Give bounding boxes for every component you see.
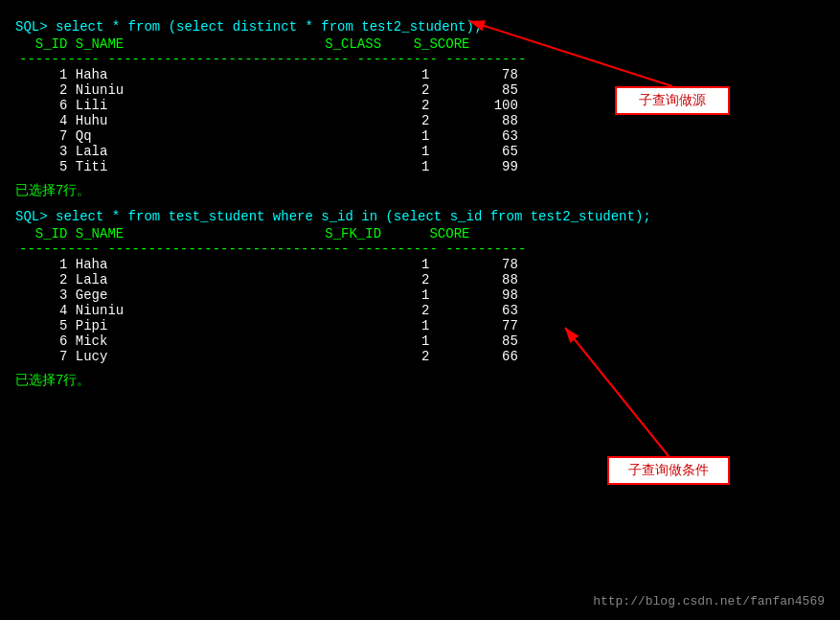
table-row: 5 Pipi 1 77 bbox=[19, 318, 825, 333]
table-row: 1 Haha 1 78 bbox=[19, 257, 825, 272]
table-row: 4 Huhu 2 88 bbox=[19, 113, 825, 128]
table2-header: S_ID S_NAME S_FK_ID SCORE bbox=[19, 226, 825, 241]
sql-query-1: SQL> select * from (select distinct * fr… bbox=[15, 19, 825, 34]
result-count-2: 已选择7行。 bbox=[15, 372, 825, 389]
annotation-subquery-source: 子查询做源 bbox=[615, 86, 730, 115]
table1-header: S_ID S_NAME S_CLASS S_SCORE bbox=[19, 36, 825, 52]
table-row: 2 Lala 2 88 bbox=[19, 272, 825, 287]
table-row: 3 Lala 1 65 bbox=[19, 144, 825, 159]
table-2: S_ID S_NAME S_FK_ID SCORE ---------- ---… bbox=[19, 226, 825, 364]
annotation-subquery-condition: 子查询做条件 bbox=[607, 456, 730, 485]
result-count-1: 已选择7行。 bbox=[15, 182, 825, 199]
table2-separator: ---------- -----------------------------… bbox=[19, 241, 825, 257]
table-row: 1 Haha 1 78 bbox=[19, 67, 825, 82]
table-row: 5 Titi 1 99 bbox=[19, 159, 825, 174]
table-row: 7 Lucy 2 66 bbox=[19, 349, 825, 364]
table-row: 4 Niuniu 2 63 bbox=[19, 303, 825, 318]
footer-url: http://blog.csdn.net/fanfan4569 bbox=[593, 594, 825, 609]
sql-query-2: SQL> select * from test_student where s_… bbox=[15, 209, 825, 224]
table-row: 7 Qq 1 63 bbox=[19, 128, 825, 144]
table-row: 3 Gege 1 98 bbox=[19, 287, 825, 303]
table1-separator: ---------- -----------------------------… bbox=[19, 52, 825, 67]
table-row: 6 Mick 1 85 bbox=[19, 333, 825, 349]
